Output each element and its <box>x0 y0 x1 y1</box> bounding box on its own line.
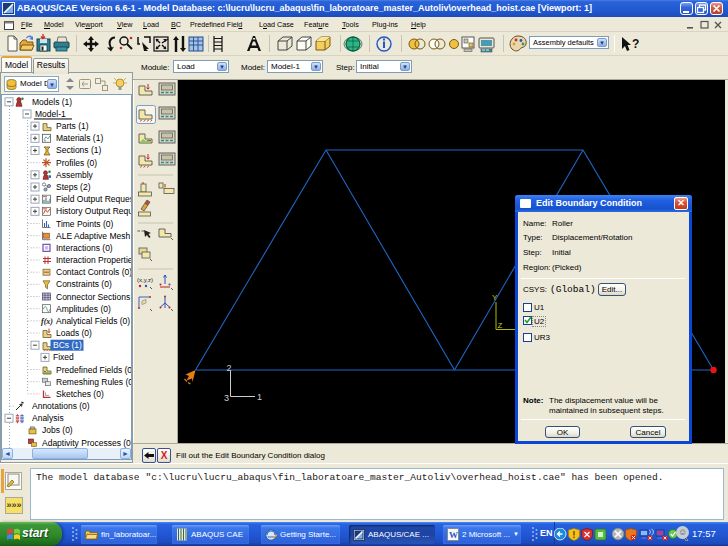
svg-text:Field Output Requests: Field Output Requests <box>56 194 131 204</box>
svg-text:Annotations (0): Annotations (0) <box>32 401 90 411</box>
svg-text:Sections (1): Sections (1) <box>56 145 102 155</box>
svg-text:Models (1): Models (1) <box>32 97 72 107</box>
svg-text:Fixed: Fixed <box>53 352 74 362</box>
svg-text:Constraints (0): Constraints (0) <box>56 279 112 289</box>
svg-text:(x,y,z): (x,y,z) <box>137 277 153 283</box>
svg-text:Amplitudes (0): Amplitudes (0) <box>56 304 111 314</box>
svg-text:3: 3 <box>224 393 229 403</box>
svg-text:Parts (1): Parts (1) <box>56 121 89 131</box>
svg-text:Interactions (0): Interactions (0) <box>56 243 113 253</box>
svg-text:?: ? <box>632 37 639 51</box>
svg-text:Interaction Properties: Interaction Properties <box>56 255 131 265</box>
svg-text:1: 1 <box>257 392 262 402</box>
svg-text:ALE Adaptive Mesh Co: ALE Adaptive Mesh Co <box>56 231 131 241</box>
svg-text:Materials (1): Materials (1) <box>56 133 103 143</box>
svg-text:Assembly: Assembly <box>56 170 94 180</box>
svg-text:Z: Z <box>498 321 503 330</box>
svg-text:Time Points (0): Time Points (0) <box>56 219 113 229</box>
svg-text:Steps (2): Steps (2) <box>56 182 91 192</box>
svg-text:Analysis: Analysis <box>32 413 64 423</box>
svg-text:Analytical Fields (0): Analytical Fields (0) <box>56 316 130 326</box>
svg-text:Jobs (0): Jobs (0) <box>42 425 73 435</box>
svg-text:W: W <box>449 530 458 540</box>
svg-text:2: 2 <box>227 363 232 373</box>
svg-text:Adaptivity Processes (0): Adaptivity Processes (0) <box>42 438 131 448</box>
svg-text:Y: Y <box>492 293 498 302</box>
svg-text:Model-1: Model-1 <box>35 109 66 119</box>
svg-text:Loads (0): Loads (0) <box>56 328 92 338</box>
svg-text:Remeshing Rules (0): Remeshing Rules (0) <box>56 377 131 387</box>
svg-text:Connector Sections ((: Connector Sections (( <box>56 292 131 302</box>
svg-text:BCs (1): BCs (1) <box>53 340 82 350</box>
svg-text:f(x): f(x) <box>41 317 53 326</box>
svg-text:Sketches (0): Sketches (0) <box>56 389 104 399</box>
svg-text:Predefined Fields (0): Predefined Fields (0) <box>56 365 131 375</box>
svg-text:Profiles (0): Profiles (0) <box>56 158 97 168</box>
svg-text:Contact Controls (0): Contact Controls (0) <box>56 267 131 277</box>
svg-text:History Output Reque: History Output Reque <box>56 206 131 216</box>
